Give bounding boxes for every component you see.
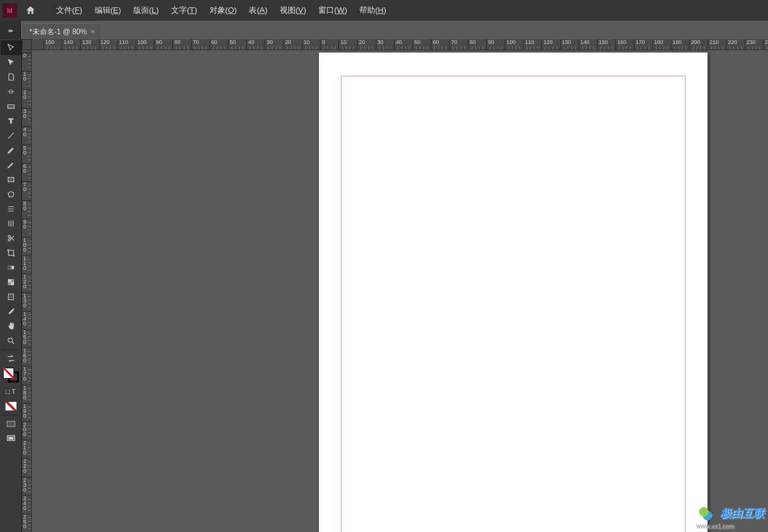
menu-a[interactable]: 表(A) <box>243 0 273 21</box>
tool-pencil[interactable] <box>1 158 21 172</box>
tool-content-collector[interactable] <box>1 99 21 114</box>
fill-stroke-control[interactable] <box>1 366 21 384</box>
menubar: Id 文件(F)编辑(E)版面(L)文字(T)对象(O)表(A)视图(V)窗口(… <box>0 0 768 21</box>
svg-point-14 <box>8 338 12 342</box>
tool-selection[interactable] <box>1 40 21 55</box>
document-tab-title: *未命名-1 @ 80% <box>29 24 87 40</box>
tool-line[interactable] <box>1 128 21 143</box>
tool-page[interactable] <box>1 70 21 84</box>
tool-gap[interactable] <box>1 84 21 99</box>
formatting-affects[interactable]: □ T <box>1 384 21 399</box>
document-tab[interactable]: *未命名-1 @ 80% × <box>23 23 101 39</box>
svg-rect-11 <box>8 279 11 282</box>
svg-line-15 <box>12 342 14 344</box>
ruler-vertical[interactable]: 0102030405060708090100110120130140150160… <box>22 50 32 532</box>
menu-v[interactable]: 视图(V) <box>274 0 312 21</box>
menu-o[interactable]: 对象(O) <box>203 0 243 21</box>
menu-w[interactable]: 窗口(W) <box>312 0 353 21</box>
tool-zoom[interactable] <box>1 333 21 348</box>
svg-rect-18 <box>9 437 13 439</box>
document-page[interactable] <box>319 53 708 532</box>
apply-none-icon[interactable] <box>1 399 21 414</box>
ruler-origin[interactable] <box>22 39 32 50</box>
view-options-icon[interactable] <box>1 417 21 431</box>
home-icon[interactable] <box>23 3 38 18</box>
tool-gradient-swatch[interactable] <box>1 260 21 275</box>
tool-direct-selection[interactable] <box>1 55 21 70</box>
svg-rect-13 <box>8 294 13 299</box>
margin-guide <box>341 76 686 532</box>
svg-rect-9 <box>8 266 13 269</box>
tool-grid-h[interactable] <box>1 202 21 216</box>
tool-scissors[interactable] <box>1 231 21 246</box>
tool-polygon[interactable] <box>1 187 21 202</box>
svg-rect-16 <box>7 421 15 426</box>
menu-f[interactable]: 文件(F) <box>50 0 89 21</box>
tool-eyedropper[interactable] <box>1 304 21 319</box>
menu-e[interactable]: 编辑(E) <box>89 0 127 21</box>
tool-note[interactable] <box>1 290 21 304</box>
svg-marker-5 <box>8 191 13 197</box>
expand-icon: ▸▸ <box>9 27 12 34</box>
menu-l[interactable]: 版面(L) <box>127 0 165 21</box>
tool-hand[interactable] <box>1 319 21 333</box>
ruler-horizontal[interactable]: 1501401301201101009080706050403020100102… <box>22 39 768 50</box>
pasteboard[interactable] <box>32 50 768 532</box>
svg-line-1 <box>8 133 13 138</box>
tool-grid-v[interactable] <box>1 216 21 231</box>
tool-gradient-feather[interactable] <box>1 275 21 290</box>
document-tabbar: *未命名-1 @ 80% × <box>23 23 101 39</box>
svg-rect-12 <box>11 282 14 285</box>
collapsed-panel-handle[interactable]: ▸▸ <box>0 21 21 39</box>
menu-t[interactable]: 文字(T) <box>165 0 203 21</box>
tool-pen[interactable] <box>1 143 21 158</box>
screen-mode-icon[interactable] <box>1 431 21 446</box>
tool-type[interactable] <box>1 114 21 128</box>
svg-rect-8 <box>8 250 13 255</box>
toolbox: □ T <box>0 39 22 532</box>
swap-fill-stroke-icon[interactable] <box>1 351 21 366</box>
tool-free-transform[interactable] <box>1 246 21 260</box>
tool-rectangle-frame[interactable] <box>1 172 21 187</box>
svg-rect-0 <box>7 105 14 109</box>
app-id-icon: Id <box>2 3 17 18</box>
close-tab-icon[interactable]: × <box>90 24 95 40</box>
menu-h[interactable]: 帮助(H) <box>353 0 392 21</box>
